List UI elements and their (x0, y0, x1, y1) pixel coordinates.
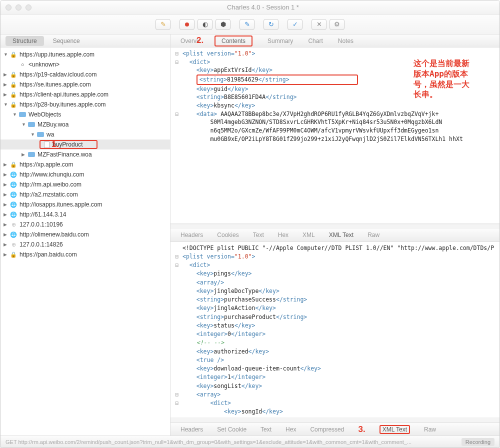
annotation-text: 这个是当前最新 版本App的版本 号，虽然是一大 长串。 (414, 58, 470, 100)
host-label[interactable]: 127.0.0.1:14826 (20, 241, 63, 248)
validate-button[interactable]: ✓ (288, 19, 302, 30)
host-label[interactable]: http://61.144.3.14 (20, 211, 66, 218)
host-label[interactable]: http://rm.api.weibo.com (20, 181, 82, 188)
unknown-icon: ○ (18, 61, 26, 68)
tab-text[interactable]: Text (260, 426, 272, 433)
status-text: GET http://rm.api.weibo.com/2/remind/pus… (6, 439, 462, 445)
tab-headers[interactable]: Headers (180, 232, 203, 238)
host-icon: ⊕ (10, 221, 18, 228)
breakpoints-button[interactable]: ⬢ (216, 19, 230, 30)
tab-chart[interactable]: Chart (308, 38, 322, 44)
lock-icon: 🔒 (10, 51, 18, 58)
refresh-button[interactable]: ↻ (264, 19, 278, 30)
host-label[interactable]: https://pan.baidu.com (20, 251, 77, 258)
host-label[interactable]: http://a2.mzstatic.com (20, 191, 78, 198)
tab-raw[interactable]: Raw (424, 426, 436, 433)
settings-button[interactable]: ⚙ (330, 19, 344, 30)
folder-icon (18, 111, 26, 118)
tools-button[interactable]: ✕ (312, 19, 326, 30)
tab-cookies[interactable]: Cookies (217, 232, 238, 238)
tab-structure[interactable]: Structure (6, 36, 44, 46)
host-label[interactable]: 127.0.0.1:10196 (20, 221, 63, 228)
tab-set-cookie[interactable]: Set Cookie (217, 426, 246, 433)
annotation-1: 1. (52, 140, 58, 150)
tab-headers[interactable]: Headers (180, 426, 203, 433)
window-controls (6, 4, 32, 10)
globe-icon: 🌐 (10, 181, 18, 188)
broom-button[interactable]: ✎ (156, 19, 170, 30)
tab-contents[interactable]: Contents (214, 36, 252, 46)
lock-icon: 🔒 (10, 101, 18, 108)
throttle-button[interactable]: ◐ (198, 19, 212, 30)
host-label[interactable]: https://p19-caldav.icloud.com (20, 71, 97, 78)
tab-xml[interactable]: XML (302, 232, 315, 238)
scrollbar[interactable] (170, 224, 500, 229)
content-area: Structure Sequence ▼🔒https://upp.itunes.… (0, 34, 500, 436)
globe-icon: 🌐 (10, 171, 18, 178)
folder-label[interactable]: MZFastFinance.woa (38, 151, 92, 158)
tab-hex[interactable]: Hex (286, 426, 296, 433)
lock-icon: 🔒 (10, 251, 18, 258)
scrollbar[interactable] (170, 418, 500, 422)
globe-icon: 🌐 (10, 231, 18, 238)
tab-notes[interactable]: Notes (338, 38, 354, 44)
folder-label[interactable]: wa (46, 131, 54, 138)
recording-indicator[interactable]: Recording (462, 438, 494, 446)
lock-icon: 🔒 (10, 91, 18, 98)
response-body-panel[interactable]: <!DOCTYPE plist PUBLIC "-//Apple Compute… (170, 242, 500, 418)
host-label[interactable]: http://olimenew.baidu.com (20, 231, 89, 238)
sidebar: Structure Sequence ▼🔒https://upp.itunes.… (0, 34, 170, 436)
status-bar: GET http://rm.api.weibo.com/2/remind/pus… (0, 436, 500, 448)
tab-xml-text[interactable]: XML Text (380, 425, 410, 434)
sidebar-tabs: Structure Sequence (0, 34, 170, 48)
request-body-panel[interactable]: 这个是当前最新 版本App的版本 号，虽然是一大 长串。 ⊟<plist ver… (170, 48, 500, 224)
host-label[interactable]: http://iosapps.itunes.apple.com (20, 201, 102, 208)
tab-sequence[interactable]: Sequence (46, 36, 87, 46)
tab-xml-text[interactable]: XML Text (329, 232, 354, 238)
folder-icon (28, 151, 36, 158)
host-tree[interactable]: ▼🔒https://upp.itunes.apple.com ○<unknown… (0, 48, 170, 436)
response-view-tabs: Headers Set Cookie Text Hex Compressed 3… (170, 422, 500, 436)
tab-text[interactable]: Text (253, 232, 264, 238)
lock-icon: 🔒 (10, 81, 18, 88)
minimize-icon[interactable] (16, 4, 22, 10)
annotation-2: 2. (196, 36, 204, 46)
host-label[interactable]: https://se.itunes.apple.com (20, 81, 91, 88)
tab-summary[interactable]: Summary (268, 38, 293, 44)
globe-icon: 🌐 (10, 201, 18, 208)
toolbar: ✎ ◐ ⬢ ✎ ↻ ✓ ✕ ⚙ (0, 14, 500, 34)
edit-button[interactable]: ✎ (240, 19, 254, 30)
request-view-tabs: Headers Cookies Text Hex XML XML Text Ra… (170, 229, 500, 242)
folder-label[interactable]: MZBuy.woa (38, 121, 68, 128)
host-icon: ⊕ (10, 241, 18, 248)
host-label[interactable]: https://xp.apple.com (20, 161, 73, 168)
folder-icon (36, 131, 44, 138)
host-label[interactable]: https://upp.itunes.apple.com (20, 51, 94, 58)
tab-raw[interactable]: Raw (368, 232, 380, 238)
main-panel: Overview 2. Contents Summary Chart Notes… (170, 34, 500, 436)
host-label[interactable]: http://www.ichunqiu.com (20, 171, 84, 178)
file-icon (42, 141, 50, 148)
title-bar[interactable]: Charles 4.0 - Session 1 * (0, 0, 500, 14)
folder-label[interactable]: WebObjects (28, 111, 61, 118)
globe-icon: 🌐 (10, 211, 18, 218)
tab-hex[interactable]: Hex (278, 232, 288, 238)
annotation-3: 3. (358, 424, 365, 434)
folder-icon (28, 121, 36, 128)
close-icon[interactable] (6, 4, 12, 10)
zoom-icon[interactable] (26, 4, 32, 10)
app-window: Charles 4.0 - Session 1 * ✎ ◐ ⬢ ✎ ↻ ✓ ✕ … (0, 0, 500, 448)
item-label[interactable]: <unknown> (28, 61, 60, 68)
host-label[interactable]: https://client-api.itunes.apple.com (20, 91, 108, 98)
record-button[interactable] (180, 19, 194, 30)
main-tabs: Overview 2. Contents Summary Chart Notes (170, 34, 500, 48)
tab-compressed[interactable]: Compressed (310, 426, 344, 433)
window-title: Charles 4.0 - Session 1 * (32, 4, 494, 11)
lock-icon: 🔒 (10, 161, 18, 168)
host-label[interactable]: https://p28-buy.itunes.apple.com (20, 101, 106, 108)
lock-icon: 🔒 (10, 71, 18, 78)
globe-icon: 🌐 (10, 191, 18, 198)
